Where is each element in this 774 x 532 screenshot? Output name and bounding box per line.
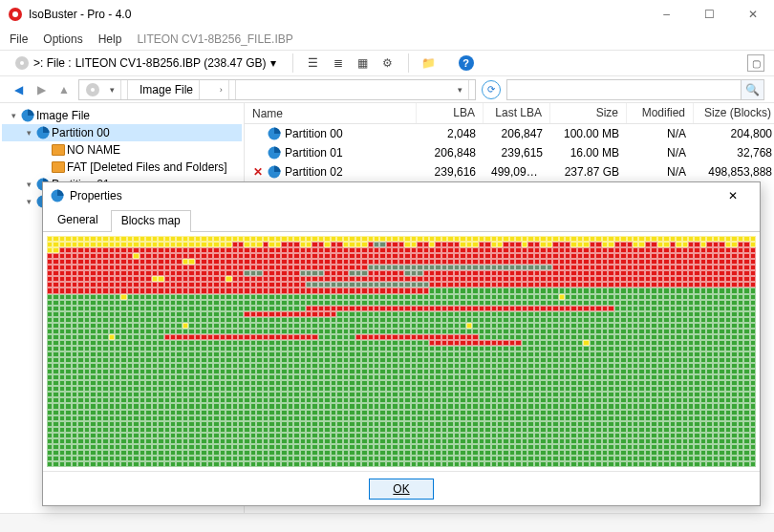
search-box: 🔍 bbox=[506, 79, 764, 100]
open-folder-icon[interactable]: 📁 bbox=[420, 54, 438, 72]
menu-options[interactable]: Options bbox=[43, 32, 82, 46]
nav-forward-button[interactable]: ▶ bbox=[32, 81, 50, 98]
minimize-button[interactable]: – bbox=[645, 0, 688, 29]
breadcrumb-root[interactable]: Image File › bbox=[128, 80, 236, 99]
col-modified[interactable]: Modified bbox=[627, 103, 694, 123]
refresh-button[interactable]: ⟳ bbox=[482, 80, 501, 99]
maximize-button[interactable]: ☐ bbox=[688, 0, 731, 29]
drive-label: >: File : bbox=[33, 56, 72, 70]
col-lastlba[interactable]: Last LBA bbox=[484, 103, 550, 123]
window-titlebar: IsoBuster - Pro - 4.0 – ☐ ✕ bbox=[0, 0, 774, 29]
folder-icon bbox=[52, 144, 65, 156]
tree-item-label: Image File bbox=[36, 109, 90, 122]
status-bar bbox=[0, 513, 774, 532]
tree-item-label: NO NAME bbox=[67, 143, 120, 157]
view-grid-icon[interactable]: ▦ bbox=[355, 54, 372, 72]
expand-panel-button[interactable]: ▢ bbox=[747, 54, 764, 72]
row-lastlba: 239,615 bbox=[484, 146, 550, 160]
tree-twisty[interactable]: ▾ bbox=[23, 197, 34, 206]
settings-icon[interactable]: ⚙ bbox=[379, 54, 397, 72]
row-lastlba: 206,847 bbox=[484, 127, 550, 140]
row-lba: 2,048 bbox=[417, 127, 484, 140]
row-lba: 239,616 bbox=[417, 165, 484, 179]
pie-icon bbox=[51, 189, 64, 202]
tree-twisty[interactable]: ▾ bbox=[23, 128, 34, 138]
tree-item-label: Partition 00 bbox=[52, 126, 110, 139]
divider bbox=[292, 53, 293, 73]
chevron-right-icon: ▾ bbox=[104, 80, 121, 99]
row-size: 16.00 MB bbox=[550, 146, 627, 160]
list-row[interactable]: Partition 002,048206,847100.00 MBN/A204,… bbox=[245, 124, 774, 143]
tree-item[interactable]: ▾Partition 00 bbox=[2, 124, 242, 141]
dialog-tabs: General Blocks map bbox=[43, 209, 760, 232]
drive-selector[interactable]: >: File : LITEON CV1-8B256.IBP (238.47 G… bbox=[10, 53, 281, 73]
dialog-close-button[interactable]: ✕ bbox=[714, 183, 752, 208]
help-icon[interactable]: ? bbox=[459, 55, 474, 71]
tree-item-label: FAT [Deleted Files and Folders] bbox=[67, 160, 227, 174]
view-list-icon[interactable]: ☰ bbox=[305, 54, 322, 72]
divider bbox=[408, 53, 409, 73]
properties-dialog: Properties ✕ General Blocks map OK bbox=[42, 181, 761, 506]
row-modified: N/A bbox=[627, 146, 694, 160]
row-name: Partition 02 bbox=[285, 165, 343, 179]
list-row[interactable]: ✕Partition 02239,616499,093,...237.87 GB… bbox=[245, 162, 774, 181]
dialog-title: Properties bbox=[70, 189, 122, 202]
chevron-down-icon: ▾ bbox=[270, 56, 276, 70]
disc-icon bbox=[14, 55, 30, 71]
row-name: Partition 01 bbox=[285, 146, 343, 160]
window-title: IsoBuster - Pro - 4.0 bbox=[29, 8, 131, 21]
col-blocks[interactable]: Size (Blocks) bbox=[694, 103, 774, 123]
close-button[interactable]: ✕ bbox=[731, 0, 774, 29]
row-name: Partition 00 bbox=[285, 127, 343, 140]
row-blocks: 32,768 bbox=[694, 146, 774, 160]
chevron-right-icon: › bbox=[214, 80, 229, 99]
nav-up-button[interactable]: ▲ bbox=[55, 81, 73, 98]
list-header: Name LBA Last LBA Size Modified Size (Bl… bbox=[245, 103, 774, 124]
tree-item[interactable]: NO NAME bbox=[2, 141, 242, 159]
row-lba: 206,848 bbox=[417, 146, 484, 160]
row-size: 100.00 MB bbox=[550, 127, 627, 140]
menu-help[interactable]: Help bbox=[98, 32, 122, 46]
toolbar: >: File : LITEON CV1-8B256.IBP (238.47 G… bbox=[0, 50, 774, 76]
view-details-icon[interactable]: ≣ bbox=[330, 54, 347, 72]
search-button[interactable]: 🔍 bbox=[741, 80, 763, 99]
menu-file[interactable]: File bbox=[10, 32, 28, 46]
row-blocks: 498,853,888 bbox=[694, 165, 774, 179]
svg-point-1 bbox=[12, 11, 18, 17]
search-input[interactable] bbox=[507, 80, 741, 99]
row-blocks: 204,800 bbox=[694, 127, 774, 140]
tree-item[interactable]: ▾Image File bbox=[2, 107, 242, 124]
col-lba[interactable]: LBA bbox=[417, 103, 484, 123]
row-modified: N/A bbox=[627, 127, 694, 140]
error-icon: ✕ bbox=[252, 165, 264, 179]
row-lastlba: 499,093,... bbox=[484, 165, 550, 179]
tree-item[interactable]: FAT [Deleted Files and Folders] bbox=[2, 159, 242, 176]
block-cell bbox=[750, 461, 756, 467]
svg-point-3 bbox=[20, 61, 24, 65]
blocks-map-grid bbox=[47, 236, 756, 467]
tab-blocks-map[interactable]: Blocks map bbox=[111, 210, 191, 232]
breadcrumb[interactable]: ▾ Image File › ▾ bbox=[78, 79, 476, 100]
tree-twisty[interactable]: ▾ bbox=[8, 111, 19, 120]
row-size: 237.87 GB bbox=[550, 165, 627, 179]
col-name[interactable]: Name bbox=[245, 103, 417, 123]
tree-twisty[interactable]: ▾ bbox=[23, 180, 34, 189]
nav-back-button[interactable]: ◀ bbox=[10, 81, 27, 98]
app-icon bbox=[8, 7, 23, 22]
chevron-down-icon[interactable]: ▾ bbox=[452, 80, 469, 99]
dialog-titlebar: Properties ✕ bbox=[43, 182, 760, 209]
drive-path: LITEON CV1-8B256.IBP (238.47 GB) bbox=[75, 56, 267, 70]
svg-point-5 bbox=[91, 88, 95, 92]
row-modified: N/A bbox=[627, 165, 694, 179]
nav-row: ◀ ▶ ▲ ▾ Image File › ▾ ⟳ 🔍 bbox=[0, 76, 774, 103]
tab-general[interactable]: General bbox=[47, 209, 109, 231]
menu-filename: LITEON CV1-8B256_FILE.IBP bbox=[137, 32, 292, 46]
menu-bar: File Options Help LITEON CV1-8B256_FILE.… bbox=[0, 29, 774, 50]
list-row[interactable]: Partition 01206,848239,61516.00 MBN/A32,… bbox=[245, 143, 774, 162]
blocks-map-panel bbox=[43, 232, 760, 471]
ok-button[interactable]: OK bbox=[369, 479, 433, 500]
col-size[interactable]: Size bbox=[550, 103, 627, 123]
disc-icon bbox=[85, 82, 100, 97]
folder-icon bbox=[52, 161, 65, 173]
